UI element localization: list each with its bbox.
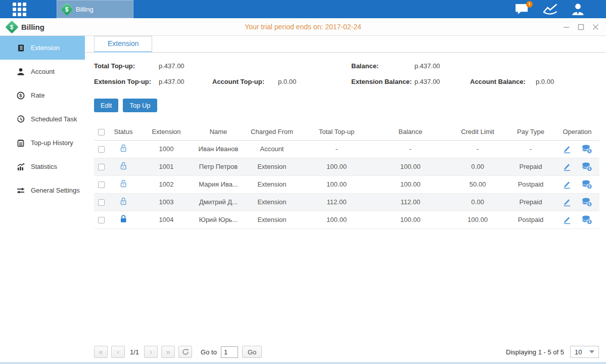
sidebar-item-statistics[interactable]: Statistics bbox=[0, 155, 85, 178]
edit-button[interactable]: Edit bbox=[94, 99, 118, 112]
app-launcher-button[interactable] bbox=[0, 0, 38, 18]
window-title: Billing bbox=[21, 23, 44, 31]
close-button[interactable] bbox=[592, 24, 599, 30]
total-topup-cell: 100.00 bbox=[301, 211, 372, 229]
row-checkbox[interactable] bbox=[98, 199, 105, 206]
balance-cell: 112.00 bbox=[372, 193, 449, 211]
reports-button[interactable] bbox=[542, 3, 558, 16]
go-button[interactable]: Go bbox=[242, 346, 262, 358]
next-page-icon: › bbox=[150, 348, 152, 356]
sidebar-item-rate[interactable]: $ Rate bbox=[0, 83, 85, 107]
coins-icon: $ bbox=[581, 215, 592, 225]
sidebar-item-scheduled-task[interactable]: Scheduled Task bbox=[0, 107, 85, 131]
maximize-button[interactable] bbox=[578, 24, 584, 30]
extension-table: Status Extension Name Charged From Total… bbox=[94, 123, 599, 229]
last-page-button[interactable]: » bbox=[161, 346, 175, 358]
user-menu-button[interactable] bbox=[571, 3, 585, 16]
charged-from-cell: Extension bbox=[243, 158, 301, 175]
account-balance-value: p.0.00 bbox=[536, 78, 554, 85]
refresh-icon bbox=[182, 348, 189, 355]
lock-open-icon bbox=[119, 197, 128, 206]
window-controls bbox=[468, 24, 599, 30]
notepad-icon bbox=[16, 139, 25, 147]
svg-text:$: $ bbox=[19, 93, 22, 98]
balance-value: p.437.00 bbox=[414, 62, 440, 70]
pay-type-cell: Prepaid bbox=[506, 158, 555, 175]
top-up-row-button[interactable]: $ bbox=[581, 179, 592, 190]
edit-row-button[interactable] bbox=[562, 162, 572, 171]
row-checkbox[interactable] bbox=[98, 164, 105, 170]
refresh-button[interactable] bbox=[178, 346, 192, 358]
edit-row-button[interactable] bbox=[562, 179, 572, 189]
lock-closed-icon bbox=[119, 214, 128, 223]
summary-row-1: Total Top-up: p.437.00 Balance: p.437.00 bbox=[94, 59, 606, 75]
total-topup-cell: - bbox=[301, 140, 372, 158]
next-page-button[interactable]: › bbox=[144, 346, 158, 358]
sliders-icon bbox=[16, 187, 25, 195]
pencil-icon bbox=[562, 162, 572, 171]
top-up-row-button[interactable]: $ bbox=[581, 144, 592, 154]
sidebar-item-extension[interactable]: Extension bbox=[0, 36, 85, 60]
charged-from-cell: Extension bbox=[243, 193, 301, 211]
credit-limit-cell: 0.00 bbox=[449, 193, 506, 211]
first-page-button[interactable]: « bbox=[94, 346, 108, 358]
top-up-button[interactable]: Top Up bbox=[123, 99, 157, 112]
page-size-value: 10 bbox=[575, 348, 582, 356]
sidebar: Extension Account $ Rate Scheduled Task bbox=[0, 36, 85, 362]
extension-balance-label: Extension Balance: bbox=[351, 78, 412, 85]
row-checkbox[interactable] bbox=[98, 146, 105, 153]
row-checkbox[interactable] bbox=[98, 217, 105, 223]
taskbar-billing-tab[interactable]: $ Billing bbox=[57, 0, 133, 18]
page-size-select[interactable]: 10 bbox=[570, 346, 599, 358]
chevron-down-icon bbox=[589, 350, 594, 353]
pay-type-cell: Prepaid bbox=[506, 193, 555, 211]
edit-row-button[interactable] bbox=[562, 197, 572, 207]
maximize-icon bbox=[578, 24, 584, 30]
sidebar-item-label: Extension bbox=[31, 44, 60, 52]
name-cell: Иван Иванов bbox=[194, 140, 243, 158]
first-page-icon: « bbox=[99, 348, 103, 356]
tab-extension[interactable]: Extension bbox=[94, 36, 152, 53]
select-all-checkbox[interactable] bbox=[98, 129, 105, 135]
edit-row-button[interactable] bbox=[562, 215, 572, 224]
pager-right: Displaying 1 - 5 of 5 10 bbox=[506, 346, 599, 358]
col-total-topup: Total Top-up bbox=[301, 123, 372, 140]
minimize-button[interactable] bbox=[563, 24, 570, 30]
billing-window-icon: $ bbox=[5, 20, 19, 34]
minimize-icon bbox=[563, 24, 570, 30]
operation-cell: $ bbox=[555, 211, 599, 229]
sidebar-item-label: Rate bbox=[31, 92, 44, 99]
sidebar-item-topup-history[interactable]: Top-up History bbox=[0, 131, 85, 155]
notifications-button[interactable]: ! bbox=[515, 3, 529, 16]
grid-icon bbox=[13, 3, 26, 16]
top-up-row-button[interactable]: $ bbox=[581, 215, 592, 225]
taskbar: $ Billing ! bbox=[0, 0, 606, 18]
prev-page-button[interactable]: ‹ bbox=[111, 346, 125, 358]
extension-cell: 1001 bbox=[138, 158, 194, 175]
status-cell bbox=[108, 158, 138, 175]
row-select-cell bbox=[94, 140, 108, 158]
extension-topup-label: Extension Top-up: bbox=[94, 78, 151, 85]
sidebar-item-label: Statistics bbox=[31, 163, 57, 170]
status-cell bbox=[108, 211, 138, 229]
status-cell bbox=[108, 175, 138, 193]
top-up-row-button[interactable]: $ bbox=[581, 197, 592, 207]
goto-page-input[interactable] bbox=[221, 346, 238, 358]
window-titlebar: $ Billing Your trial period ends on: 201… bbox=[0, 18, 606, 36]
table-row: 1001 Петр Петров Extension 100.00 100.00… bbox=[94, 158, 599, 175]
edit-row-button[interactable] bbox=[562, 144, 572, 154]
screen: $ Billing ! bbox=[0, 0, 606, 364]
pencil-icon bbox=[562, 144, 572, 154]
sidebar-item-general-settings[interactable]: General Settings bbox=[0, 178, 85, 202]
total-topup-cell: 100.00 bbox=[301, 158, 372, 175]
pay-type-cell: Postpaid bbox=[506, 211, 555, 229]
row-checkbox[interactable] bbox=[98, 181, 105, 188]
pencil-icon bbox=[562, 197, 572, 207]
action-buttons: Edit Top Up bbox=[94, 99, 606, 112]
row-select-cell bbox=[94, 193, 108, 211]
sidebar-item-account[interactable]: Account bbox=[0, 60, 85, 83]
top-up-row-button[interactable]: $ bbox=[581, 162, 592, 172]
table-row: 1002 Мария Ива... Extension 100.00 100.0… bbox=[94, 175, 599, 193]
sidebar-item-label: Top-up History bbox=[31, 139, 73, 147]
svg-text:$: $ bbox=[589, 167, 591, 171]
